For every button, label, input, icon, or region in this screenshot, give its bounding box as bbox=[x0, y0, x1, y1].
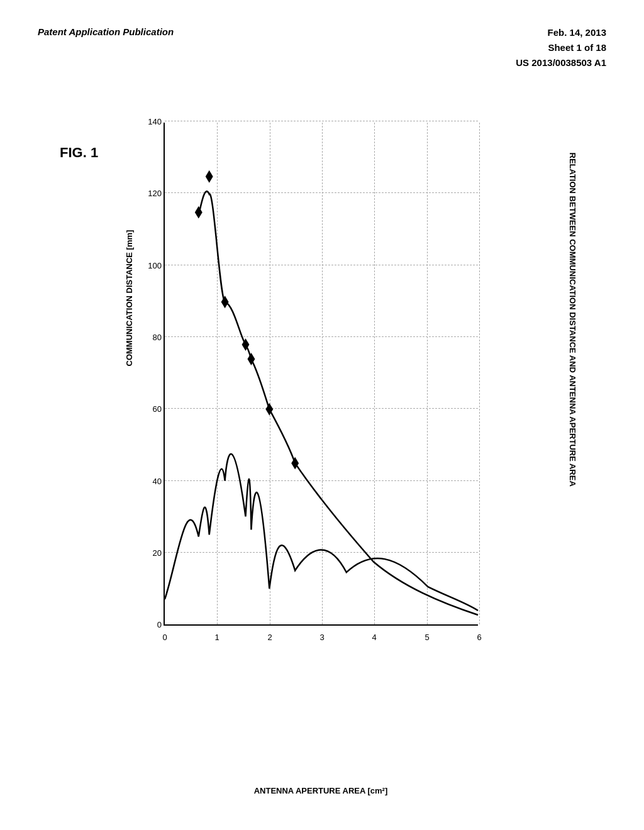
chart-area: 0 20 40 60 80 100 120 140 0 1 2 3 4 5 6 bbox=[164, 123, 478, 626]
y-tick-20: 20 bbox=[133, 548, 162, 558]
x-tick-2: 2 bbox=[267, 633, 272, 642]
y-tick-140: 140 bbox=[133, 117, 162, 126]
x-tick-0: 0 bbox=[162, 633, 167, 642]
y-tick-80: 80 bbox=[133, 333, 162, 342]
x-tick-5: 5 bbox=[425, 633, 429, 642]
chart-container: COMMUNICATION DISTANCE [mm] 0 20 bbox=[126, 97, 516, 714]
grid-v-6 bbox=[479, 123, 480, 624]
x-tick-6: 6 bbox=[477, 633, 481, 642]
grid-h-140 bbox=[165, 121, 478, 121]
figure-label: FIG. 1 bbox=[60, 145, 98, 161]
y-tick-100: 100 bbox=[133, 261, 162, 270]
y-axis-label: COMMUNICATION DISTANCE [mm] bbox=[125, 241, 134, 367]
y-tick-40: 40 bbox=[133, 477, 162, 486]
y-tick-60: 60 bbox=[133, 404, 162, 414]
x-axis-unit-label: ANTENNA APERTURE AREA [cm²] bbox=[164, 786, 478, 795]
publication-title: Patent Application Publication bbox=[38, 25, 174, 38]
x-tick-4: 4 bbox=[372, 633, 376, 642]
data-point-3 bbox=[221, 296, 229, 308]
header: Patent Application Publication Feb. 14, … bbox=[38, 25, 606, 70]
data-point-2 bbox=[206, 170, 213, 183]
x-tick-1: 1 bbox=[214, 633, 219, 642]
page: Patent Application Publication Feb. 14, … bbox=[0, 0, 644, 830]
header-left: Patent Application Publication bbox=[38, 25, 174, 38]
y-tick-120: 120 bbox=[133, 189, 162, 198]
chart-svg bbox=[165, 123, 478, 624]
x-axis-label: RELATION BETWEEN COMMUNICATION DISTANCE … bbox=[568, 153, 577, 467]
y-tick-0: 0 bbox=[133, 620, 162, 629]
data-point-1 bbox=[195, 206, 203, 219]
header-right: Feb. 14, 2013 Sheet 1 of 18 US 2013/0038… bbox=[516, 25, 606, 70]
patent-number: US 2013/0038503 A1 bbox=[516, 55, 606, 70]
pub-date: Feb. 14, 2013 bbox=[516, 25, 606, 40]
x-tick-3: 3 bbox=[319, 633, 324, 642]
sheet-info: Sheet 1 of 18 bbox=[516, 40, 606, 55]
